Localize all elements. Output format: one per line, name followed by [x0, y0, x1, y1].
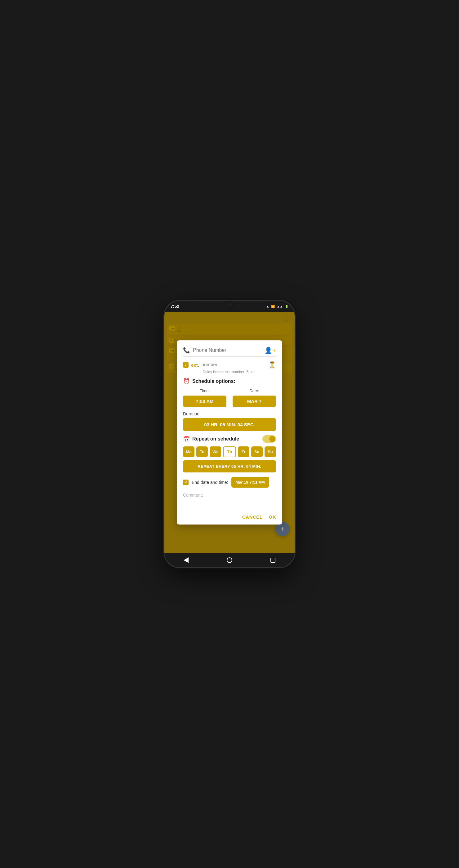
time-button[interactable]: 7:50 AM — [183, 396, 226, 407]
phone-frame: 7:52 ▲ 📶 ▲▲ 🔋 ⋮ ne +1Du + Du ne +1D — [164, 301, 295, 567]
back-icon — [184, 557, 189, 563]
day-sunday[interactable]: Su — [265, 446, 276, 457]
delay-text: Delay before ext. number: 6 sec. — [183, 370, 276, 374]
comment-input-area[interactable] — [183, 499, 276, 508]
repeat-label: Repeat on schedule — [192, 436, 239, 442]
ext-row: ext. ⏳ — [183, 361, 276, 369]
duration-button[interactable]: 03 HR. 05 MIN. 04 SEC. — [183, 418, 276, 431]
home-button[interactable] — [223, 554, 236, 566]
back-button[interactable] — [180, 554, 192, 566]
day-saturday[interactable]: Sa — [251, 446, 263, 457]
phone-icon: 📞 — [183, 347, 190, 354]
hourglass-icon[interactable]: ⏳ — [268, 361, 276, 369]
add-contact-icon[interactable]: 👤+ — [265, 347, 276, 354]
toggle-knob — [269, 436, 275, 442]
day-tuesday[interactable]: Tu — [196, 446, 208, 457]
battery-icon: 🔋 — [285, 305, 288, 308]
day-monday[interactable]: Mo — [183, 446, 194, 457]
end-date-button[interactable]: Mar 19 7:51 AM — [232, 477, 269, 488]
day-friday[interactable]: Fr — [238, 446, 249, 457]
end-date-row: End date and time: Mar 19 7:51 AM — [183, 477, 276, 488]
date-column: Date: MAR 7 — [233, 389, 276, 407]
schedule-options-header: ⏰ Schedule options: — [183, 378, 276, 385]
end-date-checkbox[interactable] — [183, 479, 189, 485]
ext-label: ext. — [191, 362, 199, 368]
repeat-left: 📅 Repeat on schedule — [183, 436, 239, 442]
time-column: Time: 7:50 AM — [183, 389, 226, 407]
repeat-every-button[interactable]: REPEAT EVERY 05 HR. 04 MIN. — [183, 460, 276, 472]
status-icons: ▲ 📶 ▲▲ 🔋 — [266, 305, 288, 308]
repeat-icon: 📅 — [183, 436, 190, 442]
date-button[interactable]: MAR 7 — [233, 396, 276, 407]
dialog-buttons: CANCEL OK — [183, 514, 276, 520]
days-row: Mo Tu We Th Fr Sa Su — [183, 446, 276, 457]
navigation-bar — [164, 553, 295, 567]
repeat-toggle[interactable] — [263, 435, 276, 443]
ext-checkbox[interactable] — [183, 362, 189, 368]
day-wednesday[interactable]: We — [210, 446, 221, 457]
home-icon — [227, 557, 232, 563]
day-thursday[interactable]: Th — [223, 446, 236, 457]
date-label: Date: — [249, 389, 259, 393]
app-background: ⋮ ne +1Du + Du ne +1DuS + Du1 — [164, 312, 295, 553]
time-label: Time: — [200, 389, 210, 393]
camera-notch — [225, 301, 234, 309]
ext-number-input[interactable] — [202, 362, 266, 368]
phone-number-row: 📞 👤+ — [183, 347, 276, 357]
signal-icon: ▲▲ — [277, 305, 283, 308]
schedule-dialog: 📞 👤+ ext. ⏳ Delay before ext. number: 6 … — [177, 340, 282, 525]
schedule-title: Schedule options: — [192, 378, 235, 384]
status-time: 7:52 — [171, 304, 179, 309]
ok-button[interactable]: OK — [269, 514, 276, 520]
recents-button[interactable] — [267, 554, 279, 566]
phone-number-input[interactable] — [193, 347, 262, 353]
comment-label: Comment: — [183, 493, 276, 498]
end-date-label: End date and time: — [192, 480, 228, 485]
repeat-row: 📅 Repeat on schedule — [183, 435, 276, 443]
clock-icon: ⏰ — [183, 378, 190, 385]
recents-icon — [270, 558, 275, 563]
notification-icon: ▲ — [266, 305, 269, 308]
status-bar: 7:52 ▲ 📶 ▲▲ 🔋 — [164, 301, 295, 312]
duration-label: Duration: — [183, 411, 276, 416]
time-date-row: Time: 7:50 AM Date: MAR 7 — [183, 389, 276, 407]
sim-icon: 📶 — [271, 305, 275, 308]
cancel-button[interactable]: CANCEL — [242, 514, 263, 520]
